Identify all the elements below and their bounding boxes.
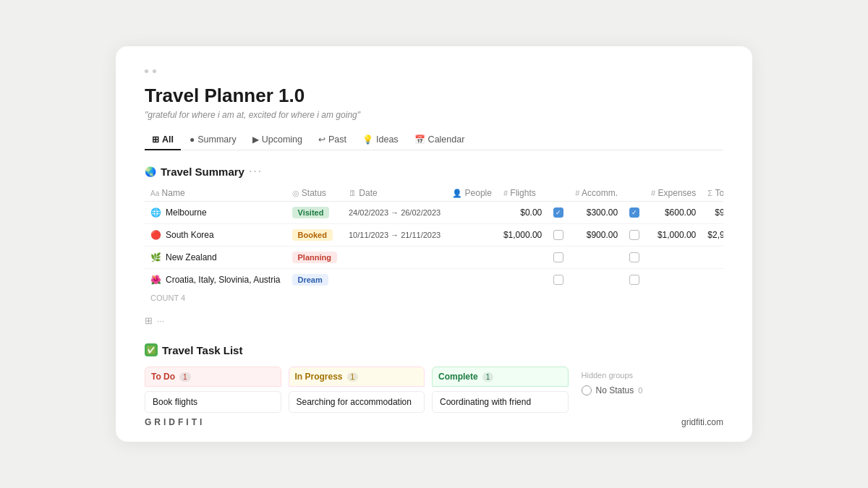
task-list-section-header: ✅ Travel Task List bbox=[145, 343, 723, 356]
cell-expenses: $1,000.00 bbox=[645, 224, 702, 247]
col-accomm-check bbox=[624, 185, 645, 202]
cell-accomm-check[interactable] bbox=[624, 247, 645, 269]
kanban-hidden-groups: Hidden groups No Status 0 bbox=[576, 367, 724, 413]
kanban-col-to-do: To Do 1 Book flights bbox=[145, 367, 281, 413]
accomm-checkbox[interactable] bbox=[629, 275, 639, 285]
breadcrumb-dot bbox=[145, 69, 148, 73]
col-total: Σ Total bbox=[702, 185, 723, 202]
footer-brand-left: GRIDFITI bbox=[145, 417, 205, 427]
flights-checkbox[interactable] bbox=[553, 230, 563, 240]
cell-flights: $0.00 bbox=[498, 202, 548, 224]
col-people: 👤 People bbox=[446, 185, 498, 202]
footer-brand-right: gridfiti.com bbox=[681, 417, 723, 427]
col-flights-check bbox=[548, 185, 569, 202]
tab-ideas[interactable]: 💡 Ideas bbox=[355, 130, 406, 150]
travel-summary-emoji: 🌏 bbox=[145, 166, 156, 177]
cell-status: Planning bbox=[286, 247, 343, 269]
kanban-card[interactable]: Book flights bbox=[145, 391, 281, 413]
kanban-card[interactable]: Coordinating with friend bbox=[432, 391, 569, 413]
cell-total: $900.00 bbox=[702, 202, 723, 224]
cell-accomm bbox=[569, 269, 624, 291]
col-date: 🗓 Date bbox=[343, 185, 446, 202]
cell-total: $0.00 bbox=[702, 247, 723, 269]
accomm-checkbox[interactable]: ✓ bbox=[629, 207, 639, 218]
table-row[interactable]: 🌐 Melbourne Visited 24/02/2023 → 26/02/2… bbox=[145, 202, 723, 224]
cell-accomm: $900.00 bbox=[569, 224, 624, 247]
cell-accomm-check[interactable]: ✓ bbox=[624, 202, 645, 224]
table-row[interactable]: 🌿 New Zealand Planning $0.00 1 bbox=[145, 247, 723, 269]
task-list-icon: ✅ bbox=[145, 343, 158, 356]
tab-all-icon: ⊞ bbox=[152, 134, 159, 145]
cell-status: Dream bbox=[286, 269, 343, 291]
col-expenses: # Expenses bbox=[645, 185, 702, 202]
cell-people bbox=[446, 224, 498, 247]
no-status-label: No Status bbox=[596, 385, 634, 395]
col-accomm: # Accomm. bbox=[569, 185, 624, 202]
breadcrumb-dot bbox=[153, 69, 156, 73]
travel-summary-options[interactable]: ··· bbox=[249, 165, 263, 178]
accomm-checkbox[interactable] bbox=[629, 230, 639, 240]
main-card: Travel Planner 1.0 "grateful for where i… bbox=[116, 46, 752, 442]
row-name-text: New Zealand bbox=[166, 252, 217, 262]
cell-flights-check[interactable] bbox=[548, 269, 569, 291]
cell-name: 🌐 Melbourne bbox=[145, 202, 286, 224]
col-name: Aa Name bbox=[145, 185, 286, 202]
cell-total: $2,900.00 bbox=[702, 224, 723, 247]
tab-upcoming-icon: ▶ bbox=[252, 134, 259, 145]
cell-status: Visited bbox=[286, 202, 343, 224]
tab-upcoming[interactable]: ▶ Upcoming bbox=[245, 130, 310, 150]
tab-summary-icon: ● bbox=[190, 134, 195, 145]
db-icon: ⊞ bbox=[145, 315, 153, 326]
row-name-text: Croatia, Italy, Slovinia, Austria bbox=[166, 275, 281, 285]
cell-date: 10/11/2023 → 21/11/2023 bbox=[343, 224, 446, 247]
page-title: Travel Planner 1.0 bbox=[145, 85, 723, 107]
row-name-text: South Korea bbox=[166, 230, 214, 240]
cell-people bbox=[446, 269, 498, 291]
cell-date bbox=[343, 247, 446, 269]
separator-dots: ··· bbox=[157, 316, 164, 326]
row-emoji: 🌿 bbox=[150, 252, 161, 262]
table-row[interactable]: 🔴 South Korea Booked 10/11/2023 → 21/11/… bbox=[145, 224, 723, 247]
kanban-col-label: To Do bbox=[151, 372, 175, 382]
tab-ideas-icon: 💡 bbox=[362, 134, 373, 145]
cell-expenses bbox=[645, 247, 702, 269]
no-status-count: 0 bbox=[638, 386, 642, 395]
cell-flights-check[interactable] bbox=[548, 224, 569, 247]
tab-calendar[interactable]: 📅 Calendar bbox=[407, 130, 472, 150]
status-badge: Dream bbox=[292, 274, 328, 286]
cell-accomm-check[interactable] bbox=[624, 224, 645, 247]
cell-status: Booked bbox=[286, 224, 343, 247]
accomm-checkbox[interactable] bbox=[629, 252, 639, 262]
kanban-col-header: To Do 1 bbox=[145, 367, 281, 387]
section2-separator: ⊞ ··· bbox=[145, 315, 723, 326]
status-badge: Booked bbox=[292, 229, 333, 241]
table-row[interactable]: 🌺 Croatia, Italy, Slovinia, Austria Drea… bbox=[145, 269, 723, 291]
cell-date: 24/02/2023 → 26/02/2023 bbox=[343, 202, 446, 224]
no-status-group[interactable]: No Status 0 bbox=[582, 385, 718, 395]
travel-summary-table: Aa Name ◎ Status 🗓 Date 👤 People # Fligh… bbox=[145, 185, 723, 291]
cell-flights bbox=[498, 247, 548, 269]
travel-summary-table-area: Aa Name ◎ Status 🗓 Date 👤 People # Fligh… bbox=[145, 185, 723, 302]
cell-accomm-check[interactable] bbox=[624, 269, 645, 291]
cell-expenses: $600.00 bbox=[645, 202, 702, 224]
cell-people bbox=[446, 202, 498, 224]
cell-flights-check[interactable] bbox=[548, 247, 569, 269]
tab-past[interactable]: ↩ Past bbox=[311, 130, 354, 150]
cell-total: $0.00 bbox=[702, 269, 723, 291]
col-status: ◎ Status bbox=[286, 185, 343, 202]
cell-flights-check[interactable]: ✓ bbox=[548, 202, 569, 224]
flights-checkbox[interactable]: ✓ bbox=[553, 207, 563, 218]
cell-people bbox=[446, 247, 498, 269]
no-status-icon bbox=[582, 385, 592, 395]
kanban-col-count: 1 bbox=[347, 372, 359, 382]
cell-accomm: $300.00 bbox=[569, 202, 624, 224]
tab-all[interactable]: ⊞ All bbox=[145, 130, 181, 150]
flights-checkbox[interactable] bbox=[553, 252, 563, 262]
flights-checkbox[interactable] bbox=[553, 275, 563, 285]
row-emoji: 🌐 bbox=[150, 207, 161, 218]
kanban-card[interactable]: Searching for accommodation bbox=[289, 391, 425, 413]
cell-accomm bbox=[569, 247, 624, 269]
breadcrumb bbox=[145, 69, 723, 73]
tabs-bar: ⊞ All ● Summary ▶ Upcoming ↩ Past 💡 Idea… bbox=[145, 130, 723, 150]
tab-summary[interactable]: ● Summary bbox=[182, 130, 244, 150]
